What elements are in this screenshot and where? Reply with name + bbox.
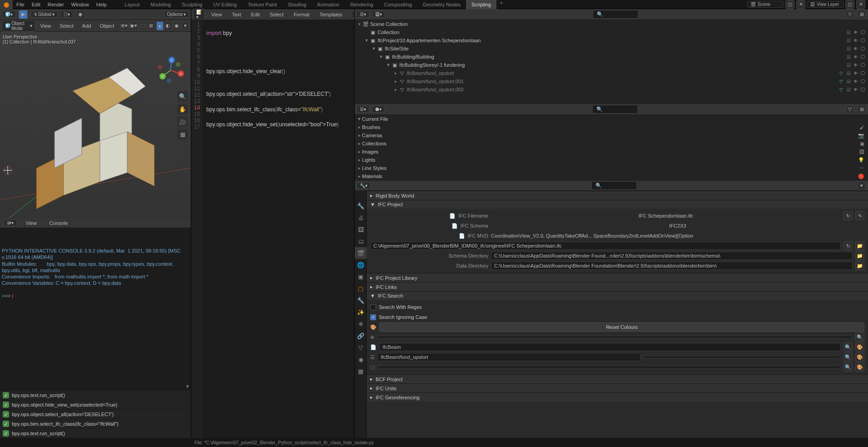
- fb-search[interactable]: 🔍: [592, 105, 638, 114]
- menu-window[interactable]: Window: [68, 0, 93, 9]
- props-search[interactable]: 🔍: [591, 181, 637, 190]
- section-ifclinks[interactable]: ▸IFC Links: [367, 282, 868, 291]
- tab-layout[interactable]: Layout: [119, 0, 145, 9]
- shade-matprev-icon[interactable]: ◐: [165, 21, 172, 30]
- exclude-icon[interactable]: ☑: [845, 38, 852, 43]
- modifier-icon[interactable]: ▽: [838, 79, 844, 84]
- outliner[interactable]: ▾🎬 Scene Collection ▣Collection☑👁🖵▼▣IfcP…: [355, 20, 868, 104]
- palette-icon[interactable]: 🎨: [855, 353, 864, 362]
- search-icon[interactable]: 🔍: [843, 363, 853, 372]
- te-text[interactable]: Text: [228, 10, 245, 19]
- disable-icon[interactable]: 🖵: [860, 46, 866, 51]
- ptab-collection-icon[interactable]: ▣: [355, 271, 367, 283]
- ptab-world-icon[interactable]: 🌐: [355, 259, 367, 271]
- search-row-3[interactable]: IfcBeam/fund_opstort: [377, 353, 640, 361]
- fb-opts-icon[interactable]: ⊞: [857, 105, 866, 114]
- fb-filter-icon[interactable]: ▽: [845, 105, 854, 114]
- shade-opts-icon[interactable]: ▾: [182, 21, 189, 30]
- ptab-data-icon[interactable]: ▽: [355, 342, 367, 353]
- vp-select-menu[interactable]: Select: [56, 21, 77, 30]
- ptab-material-icon[interactable]: ◉: [355, 353, 367, 365]
- options-menu[interactable]: Options ▾: [164, 11, 189, 18]
- overlay-icon[interactable]: ◉▾: [129, 21, 138, 30]
- menu-render[interactable]: Render: [44, 0, 68, 9]
- te-format[interactable]: Format: [290, 10, 313, 19]
- 3d-viewport[interactable]: User Perspective (1) Collection | IfcWal…: [0, 32, 191, 218]
- viewlayer-del-icon[interactable]: ✕: [856, 0, 865, 9]
- search-row-1[interactable]: [377, 336, 853, 338]
- folder-icon[interactable]: 📁: [855, 261, 864, 270]
- menu-file[interactable]: File: [13, 0, 28, 9]
- ptab-viewlayer-icon[interactable]: 🗂: [355, 235, 367, 247]
- vp-view-menu[interactable]: View: [37, 21, 55, 30]
- tab-texpaint[interactable]: Texture Paint: [242, 0, 282, 9]
- search-row-2[interactable]: IfcBeam: [379, 343, 841, 351]
- fb-mode-icon[interactable]: ⬣▾: [372, 106, 385, 113]
- ptab-particle-icon[interactable]: ✨: [355, 306, 367, 318]
- outliner-item[interactable]: ▸▽IfcBeam/fund_opstort.002▽☑👁🖵: [355, 85, 868, 94]
- tab-geonodes[interactable]: Geometry Nodes: [417, 0, 466, 9]
- tab-sculpting[interactable]: Sculpting: [176, 0, 208, 9]
- folder-icon[interactable]: 📁: [855, 251, 864, 260]
- section-ifcproject[interactable]: ▼IFC Project: [367, 200, 868, 209]
- ptab-constraint-icon[interactable]: 🔗: [355, 330, 367, 342]
- disable-icon[interactable]: 🖵: [860, 63, 866, 68]
- outliner-type-icon[interactable]: ☰▾: [357, 11, 369, 18]
- te-templates[interactable]: Templates: [316, 10, 346, 19]
- tab-compositing[interactable]: Compositing: [379, 0, 417, 9]
- ops-row[interactable]: ✓bpy.ops.object.select_all(action='DESEL…: [0, 409, 191, 419]
- zoom-icon[interactable]: 🔍: [177, 91, 188, 102]
- disable-icon[interactable]: 🖵: [860, 87, 866, 92]
- props-opts-icon[interactable]: ▾: [857, 181, 866, 190]
- xray-icon[interactable]: ⬚: [139, 21, 146, 30]
- disable-icon[interactable]: 🖵: [860, 79, 866, 84]
- search-icon[interactable]: 🔍: [855, 333, 864, 342]
- editor-type-icon[interactable]: 🧊▾: [2, 11, 16, 18]
- outliner-item[interactable]: ▣Collection☑👁🖵: [355, 28, 868, 36]
- tab-rendering[interactable]: Rendering: [345, 0, 379, 9]
- tab-scripting[interactable]: Scripting: [466, 0, 496, 9]
- ptab-texture-icon[interactable]: ▦: [355, 365, 367, 377]
- outliner-search[interactable]: 🔍: [593, 10, 638, 19]
- fb-item[interactable]: ▸Images🖼: [355, 148, 868, 156]
- camera-icon[interactable]: 🎥: [177, 116, 188, 127]
- outliner-item[interactable]: ▼▣IfcProject/10 Appartementen Schependom…: [355, 36, 868, 45]
- section-projectlib[interactable]: ▸IFC Project Library: [367, 273, 868, 282]
- regex-checkbox[interactable]: [370, 304, 376, 310]
- hide-icon[interactable]: 👁: [853, 63, 859, 68]
- fb-item[interactable]: ▸Collections▣: [355, 139, 868, 148]
- schema-dir-input[interactable]: C:\Users\cclaus\AppData\Roaming\Blender …: [491, 252, 853, 260]
- ptab-tool-icon[interactable]: 🔧: [355, 200, 367, 212]
- gizmo-icon[interactable]: ⊕▾: [120, 21, 128, 30]
- exclude-icon[interactable]: ☑: [845, 87, 852, 92]
- search-row-3b[interactable]: [643, 356, 841, 358]
- ptab-physics-icon[interactable]: ❄: [355, 318, 367, 330]
- outliner-item[interactable]: ▸▽IfcBeam/fund_opstort▽☑👁🖵: [355, 69, 868, 77]
- info-console-menu[interactable]: Console: [46, 219, 71, 228]
- fb-item[interactable]: ▸Line Styles〰: [355, 164, 868, 172]
- palette-icon[interactable]: 🎨: [855, 343, 864, 352]
- hide-icon[interactable]: 👁: [853, 71, 859, 76]
- section-bcf[interactable]: ▸BCF Project: [367, 374, 868, 383]
- hide-icon[interactable]: 👁: [853, 79, 859, 84]
- vp-object-menu[interactable]: Object: [96, 21, 118, 30]
- viewlayer-new-icon[interactable]: ◫: [845, 0, 854, 9]
- tab-uv[interactable]: UV Editing: [208, 0, 242, 9]
- outliner-mode-icon[interactable]: 🖼▾: [372, 11, 385, 18]
- search-row-4[interactable]: [377, 366, 841, 368]
- menu-edit[interactable]: Edit: [28, 0, 44, 9]
- tab-modeling[interactable]: Modeling: [145, 0, 177, 9]
- vp-add-menu[interactable]: Add: [79, 21, 95, 30]
- outliner-root[interactable]: ▾🎬 Scene Collection: [355, 20, 868, 28]
- scene-selector[interactable]: 🎬Scene: [747, 1, 784, 8]
- case-checkbox[interactable]: [370, 314, 376, 320]
- autocomplete-icon[interactable]: ▾: [186, 383, 189, 389]
- info-view-menu[interactable]: View: [22, 219, 40, 228]
- ops-row[interactable]: ✓bpy.ops.text.run_script(): [0, 428, 191, 438]
- ptab-output-icon[interactable]: 🖼: [355, 224, 367, 235]
- te-edit[interactable]: Edit: [248, 10, 263, 19]
- outliner-item[interactable]: ▼▣IfcBuilding/Building☑👁🖵: [355, 53, 868, 61]
- pan-icon[interactable]: ✋: [177, 104, 188, 114]
- ifc-filepath[interactable]: C:\Algemeen\07_prive\00_BlenderBIM_IDM\0…: [370, 242, 841, 250]
- fb-item[interactable]: ▸Brushes🖌: [355, 123, 868, 131]
